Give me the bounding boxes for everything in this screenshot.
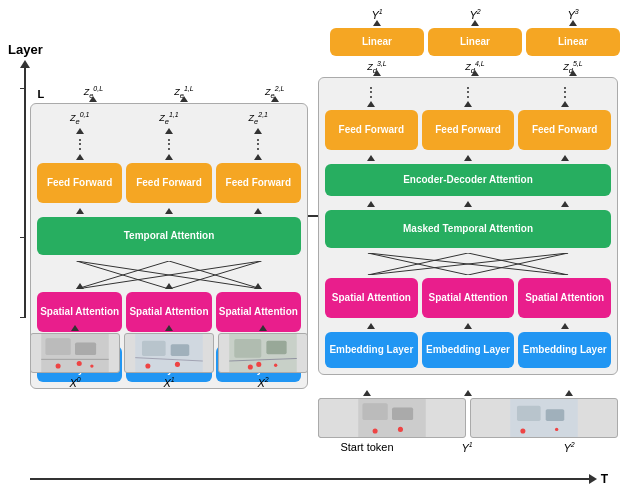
encoder-img-2 — [218, 333, 308, 373]
diagram: Layer 1 2 L ⋮ Ze0,L Ze1,L Ze2,L Ze0,1 — [0, 0, 624, 500]
svg-rect-22 — [266, 341, 286, 355]
decoder-linear-row: Linear Linear Linear — [330, 28, 620, 56]
encoder-img-0 — [30, 333, 120, 373]
y2-label: Y2 — [428, 8, 522, 21]
svg-point-37 — [398, 427, 403, 432]
encoder-temporal-attention: Temporal Attention — [37, 217, 301, 255]
decoder-spatial-3: Spatial Attention — [518, 278, 611, 318]
decoder-linear-2: Linear — [428, 28, 522, 56]
masked-temporal-attention: Masked Temporal Attention — [325, 210, 611, 248]
encoder-images — [30, 333, 308, 373]
decoder-block: ⋮ ⋮ ⋮ Feed Forward Feed Forward Feed For… — [318, 77, 618, 375]
y3-label: Y3 — [526, 8, 620, 21]
svg-point-11 — [56, 364, 61, 369]
decoder-input-labels: Y1 Y2 — [418, 441, 618, 454]
t-axis: T — [30, 472, 608, 486]
encoder-x2-label: X2 — [218, 376, 308, 389]
start-token-label: Start token — [318, 441, 416, 453]
decoder-embed-2: Embedding Layer — [422, 332, 515, 368]
decoder-embed-row: Embedding Layer Embedding Layer Embeddin… — [325, 332, 611, 368]
decoder-spatial-1: Spatial Attention — [325, 278, 418, 318]
svg-rect-21 — [234, 339, 261, 358]
decoder-ff-2: Feed Forward — [422, 110, 515, 150]
encoder-ff-1: Feed Forward — [37, 163, 122, 203]
decoder-y1-label: Y1 — [418, 441, 516, 454]
svg-rect-8 — [45, 338, 70, 355]
decoder-spatial-row: Spatial Attention Spatial Attention Spat… — [325, 278, 611, 318]
svg-point-12 — [77, 361, 82, 366]
encoder-x-labels: X0 X1 X2 — [30, 376, 308, 389]
encoder-decoder-attention: Encoder-Decoder Attention — [325, 164, 611, 196]
svg-rect-39 — [517, 406, 541, 421]
encoder-x0-label: X0 — [30, 376, 120, 389]
svg-point-13 — [90, 364, 93, 367]
decoder-linear-3: Linear — [526, 28, 620, 56]
decoder-linear-1: Linear — [330, 28, 424, 56]
decoder-spatial-2: Spatial Attention — [422, 278, 515, 318]
svg-rect-35 — [392, 407, 413, 420]
decoder-img-2 — [470, 398, 618, 438]
encoder-ff-2: Feed Forward — [126, 163, 211, 203]
svg-point-25 — [274, 364, 277, 367]
svg-rect-34 — [362, 403, 387, 420]
svg-rect-15 — [142, 341, 166, 356]
t-label: T — [601, 472, 608, 486]
svg-point-36 — [373, 429, 378, 434]
decoder-ff-3: Feed Forward — [518, 110, 611, 150]
encoder-z-mid-labels: Ze0,1 Ze1,1 Ze2,1 — [37, 111, 301, 126]
decoder-y2-label: Y2 — [520, 441, 618, 454]
svg-rect-9 — [75, 342, 96, 355]
encoder-x1-label: X1 — [124, 376, 214, 389]
svg-point-19 — [175, 362, 180, 367]
layer-label: Layer — [8, 42, 43, 57]
encoder-ff-row: Feed Forward Feed Forward Feed Forward — [37, 163, 301, 203]
decoder-crossing-arrows — [325, 253, 611, 275]
encoder-ff-3: Feed Forward — [216, 163, 301, 203]
y1-label: Y1 — [330, 8, 424, 21]
svg-rect-40 — [546, 409, 565, 421]
svg-point-41 — [520, 429, 525, 434]
encoder-crossing-arrows — [37, 261, 301, 289]
svg-point-18 — [145, 364, 150, 369]
decoder-ff-row: Feed Forward Feed Forward Feed Forward — [325, 110, 611, 150]
decoder-inputs: [Start] — [318, 398, 618, 438]
decoder-embed-1: Embedding Layer — [325, 332, 418, 368]
svg-point-42 — [555, 428, 558, 431]
svg-rect-16 — [171, 344, 190, 356]
svg-point-24 — [248, 364, 253, 369]
encoder-img-1 — [124, 333, 214, 373]
svg-point-26 — [256, 362, 261, 367]
decoder-embed-3: Embedding Layer — [518, 332, 611, 368]
encoder-top-arrows — [50, 96, 318, 102]
decoder-img-1 — [318, 398, 466, 438]
decoder-ff-1: Feed Forward — [325, 110, 418, 150]
decoder-output-labels: Y1 Y2 Y3 — [330, 8, 620, 21]
